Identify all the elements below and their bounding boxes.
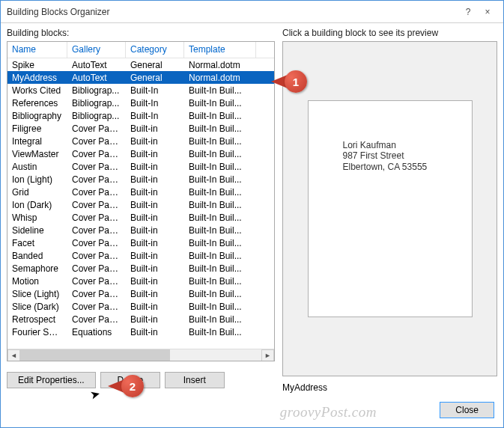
table-row[interactable]: Ion (Light)Cover PagesBuilt-inBuilt-In B… [7, 173, 274, 186]
col-category[interactable]: Category [126, 42, 184, 58]
col-template[interactable]: Template [184, 42, 256, 58]
table-row[interactable]: Slice (Dark)Cover PagesBuilt-inBuilt-In … [7, 300, 274, 313]
table-cell: Built-in [126, 263, 184, 275]
col-gallery[interactable]: Gallery [67, 42, 126, 58]
close-button[interactable]: Close [440, 402, 494, 418]
table-cell: Built-In Buil... [184, 199, 256, 211]
preview-content: Lori Kaufman 987 First Street Elbertown,… [343, 140, 428, 172]
table-cell: Motion [7, 275, 67, 287]
table-cell: Built-in [126, 250, 184, 262]
table-cell: Normal.dotm [184, 59, 256, 71]
table-body[interactable]: SpikeAutoTextGeneralNormal.dotmMyAddress… [7, 58, 274, 349]
table-cell: Slice (Dark) [7, 301, 67, 313]
table-row[interactable]: GridCover PagesBuilt-inBuilt-In Buil... [7, 186, 274, 198]
table-cell: Built-In Buil... [184, 123, 256, 135]
table-cell: Spike [7, 59, 67, 71]
addr-line: Lori Kaufman [343, 140, 428, 150]
building-blocks-table: Name Gallery Category Template SpikeAuto… [7, 41, 275, 361]
table-row[interactable]: BandedCover PagesBuilt-inBuilt-In Buil..… [7, 249, 274, 262]
table-row[interactable]: Fourier Seri...EquationsBuilt-inBuilt-In… [7, 325, 274, 338]
table-row[interactable]: Works CitedBibliograp...Built-InBuilt-In… [7, 84, 274, 97]
edit-properties-button[interactable]: Edit Properties... [7, 372, 96, 388]
table-cell: Cover Pages [67, 186, 126, 198]
table-cell: Integral [7, 135, 67, 147]
table-cell: Sideline [7, 224, 67, 236]
table-cell: Fourier Seri... [7, 326, 67, 338]
table-cell: Cover Pages [67, 237, 126, 249]
table-cell: Equations [67, 326, 126, 338]
table-cell: Built-In Buil... [184, 186, 256, 198]
table-cell: Built-In Buil... [184, 301, 256, 313]
table-cell: Cover Pages [67, 148, 126, 160]
table-cell: Built-In Buil... [184, 110, 256, 122]
preview-page: Lori Kaufman 987 First Street Elbertown,… [308, 100, 473, 317]
table-cell: Built-in [126, 288, 184, 300]
help-icon[interactable]: ? [458, 7, 478, 17]
table-row[interactable]: SidelineCover PagesBuilt-inBuilt-In Buil… [7, 224, 274, 236]
close-icon[interactable]: × [478, 7, 497, 17]
table-cell: Retrospect [7, 314, 67, 325]
table-cell: Banded [7, 250, 67, 262]
table-cell: Bibliograp... [67, 110, 126, 122]
table-cell: Cover Pages [67, 263, 126, 275]
table-row[interactable]: Slice (Light)Cover PagesBuilt-inBuilt-In… [7, 287, 274, 300]
table-cell: Built-in [126, 237, 184, 249]
table-cell: Built-in [126, 212, 184, 224]
table-cell: Grid [7, 186, 67, 198]
table-cell: Cover Pages [67, 161, 126, 173]
table-cell: Built-in [126, 186, 184, 198]
table-cell: Built-in [126, 314, 184, 325]
table-cell: Built-In Buil... [184, 148, 256, 160]
table-cell: Bibliograp... [67, 85, 126, 97]
table-cell: Built-In Buil... [184, 250, 256, 262]
table-cell: Built-in [126, 135, 184, 147]
scroll-left-icon[interactable]: ◄ [7, 349, 20, 362]
table-cell: Cover Pages [67, 250, 126, 262]
table-cell: Cover Pages [67, 275, 126, 287]
table-cell: Built-In Buil... [184, 135, 256, 147]
delete-button[interactable]: Delete [100, 372, 160, 388]
table-row[interactable]: ViewMasterCover PagesBuilt-inBuilt-In Bu… [7, 147, 274, 160]
table-row[interactable]: MyAddressAutoTextGeneralNormal.dotm [7, 71, 274, 84]
table-header: Name Gallery Category Template [7, 42, 274, 58]
table-cell: Built-In [126, 85, 184, 97]
table-cell: Built-In Buil... [184, 97, 256, 109]
table-cell: Normal.dotm [184, 72, 256, 84]
scroll-track[interactable] [20, 349, 261, 362]
table-row[interactable]: Ion (Dark)Cover PagesBuilt-inBuilt-In Bu… [7, 198, 274, 211]
table-cell: Built-In Buil... [184, 212, 256, 224]
table-cell: Austin [7, 161, 67, 173]
table-cell: Cover Pages [67, 288, 126, 300]
table-row[interactable]: IntegralCover PagesBuilt-inBuilt-In Buil… [7, 135, 274, 147]
table-row[interactable]: ReferencesBibliograp...Built-InBuilt-In … [7, 97, 274, 109]
table-cell: Built-In Buil... [184, 161, 256, 173]
table-cell: Cover Pages [67, 135, 126, 147]
table-row[interactable]: BibliographyBibliograp...Built-InBuilt-I… [7, 109, 274, 122]
table-row[interactable]: SemaphoreCover PagesBuilt-inBuilt-In Bui… [7, 262, 274, 275]
table-cell: Built-in [126, 174, 184, 186]
horizontal-scrollbar[interactable]: ◄ ► [7, 349, 274, 361]
table-row[interactable]: SpikeAutoTextGeneralNormal.dotm [7, 58, 274, 71]
table-cell: Bibliograp... [67, 97, 126, 109]
table-row[interactable]: WhispCover PagesBuilt-inBuilt-In Buil... [7, 211, 274, 224]
table-row[interactable]: AustinCover PagesBuilt-inBuilt-In Buil..… [7, 160, 274, 173]
table-cell: References [7, 97, 67, 109]
col-name[interactable]: Name [7, 42, 67, 58]
table-cell: Built-in [126, 275, 184, 287]
table-cell: Built-In Buil... [184, 174, 256, 186]
table-row[interactable]: FiligreeCover PagesBuilt-inBuilt-In Buil… [7, 122, 274, 135]
table-row[interactable]: MotionCover PagesBuilt-inBuilt-In Buil..… [7, 275, 274, 287]
left-panel: Building blocks: Name Gallery Category T… [7, 28, 275, 393]
table-row[interactable]: RetrospectCover PagesBuilt-inBuilt-In Bu… [7, 313, 274, 325]
table-row[interactable]: FacetCover PagesBuilt-inBuilt-In Buil... [7, 236, 274, 249]
scroll-right-icon[interactable]: ► [261, 349, 274, 362]
preview-box: Lori Kaufman 987 First Street Elbertown,… [282, 41, 497, 376]
scroll-thumb[interactable] [20, 349, 170, 362]
right-panel: Click a building block to see its previe… [282, 28, 497, 393]
insert-button[interactable]: Insert [165, 372, 225, 388]
table-cell: Built-in [126, 224, 184, 236]
table-cell: Whisp [7, 212, 67, 224]
table-cell: Cover Pages [67, 314, 126, 325]
dialog-window: Building Blocks Organizer ? × Building b… [0, 0, 504, 428]
table-cell: Built-In Buil... [184, 326, 256, 338]
